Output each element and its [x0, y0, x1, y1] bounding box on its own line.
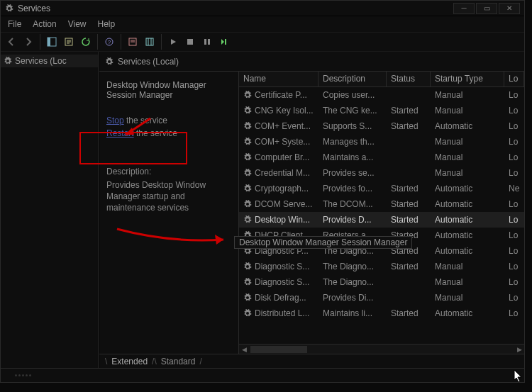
titlebar[interactable]: Services ─ ▭ ✕ — [1, 1, 524, 16]
refresh-button[interactable] — [78, 34, 94, 50]
menu-file[interactable]: File — [8, 19, 21, 29]
gear-icon — [4, 57, 12, 65]
table-row[interactable]: DCOM Serve...The DCOM...StartedAutomatic… — [239, 196, 524, 212]
cell-desc: Manages th... — [323, 137, 375, 147]
cell-name: Diagnostic S... — [255, 262, 309, 271]
close-button[interactable]: ✕ — [499, 3, 520, 14]
columns-button[interactable] — [142, 34, 157, 50]
minimize-button[interactable]: ─ — [453, 3, 475, 14]
table-row[interactable]: COM+ Syste...Manages th...ManualLo — [239, 134, 524, 150]
gear-icon — [243, 278, 252, 286]
svg-rect-1 — [48, 38, 50, 46]
cell-startup: Automatic — [435, 184, 472, 194]
selected-service-name: Desktop Window Manager Session Manager — [106, 80, 231, 100]
cell-status: Started — [391, 262, 419, 271]
cell-name: CNG Key Isol... — [255, 106, 314, 116]
forward-button[interactable] — [21, 34, 36, 50]
toolbar: ? — [1, 32, 524, 52]
service-rows[interactable]: Certificate P...Copies user...ManualLoCN… — [239, 87, 524, 344]
table-row[interactable]: Diagnostic S...The Diagno...StartedManua… — [239, 259, 524, 274]
menu-view[interactable]: View — [68, 19, 87, 29]
cell-logon: Lo — [509, 168, 518, 178]
cell-startup: Manual — [435, 90, 462, 100]
tab-standard[interactable]: Standard — [157, 357, 200, 366]
pause-service-button[interactable] — [199, 34, 215, 50]
show-hide-tree-button[interactable] — [44, 34, 60, 50]
col-header-status[interactable]: Status — [387, 72, 431, 86]
cell-startup: Automatic — [435, 121, 472, 131]
description-heading: Description: — [106, 167, 231, 177]
gear-icon — [243, 293, 252, 302]
cell-status: Started — [391, 106, 419, 116]
maximize-button[interactable]: ▭ — [476, 3, 497, 14]
column-headers: Name Description Status Startup Type Lo — [239, 72, 524, 87]
panel-header: Services (Local) — [99, 52, 524, 72]
restart-service-button[interactable] — [216, 34, 232, 50]
gear-icon — [105, 57, 113, 66]
table-row[interactable]: Certificate P...Copies user...ManualLo — [239, 87, 524, 103]
scroll-right-button[interactable]: ▶ — [514, 345, 524, 354]
tree-root-label: Services (Loc — [15, 56, 67, 66]
cell-logon: Lo — [509, 262, 518, 271]
cell-logon: Lo — [509, 106, 518, 116]
gear-icon — [243, 153, 252, 162]
table-row[interactable]: Credential M...Provides se...ManualLo — [239, 165, 524, 181]
cell-name: DCOM Serve... — [255, 199, 312, 209]
cell-startup: Automatic — [435, 215, 472, 225]
cell-logon: Lo — [509, 137, 518, 147]
cell-startup: Manual — [435, 293, 462, 303]
svg-rect-6 — [146, 38, 153, 45]
cursor-icon — [514, 369, 523, 383]
gear-icon — [243, 262, 252, 271]
table-row[interactable]: Cryptograph...Provides fo...StartedAutom… — [239, 181, 524, 196]
tab-extended[interactable]: Extended — [107, 357, 152, 366]
cell-startup: Automatic — [435, 246, 472, 256]
gear-icon — [243, 138, 252, 146]
cell-status: Started — [391, 199, 419, 209]
table-row[interactable]: Disk Defrag...Provides Di...ManualLo — [239, 290, 524, 306]
cell-logon: Lo — [509, 121, 518, 131]
cell-name: Cryptograph... — [255, 184, 309, 194]
cell-startup: Automatic — [435, 230, 472, 240]
export-button[interactable] — [61, 34, 77, 50]
table-row[interactable]: Desktop Win...Provides D...StartedAutoma… — [239, 212, 524, 228]
cell-desc: The Diagno... — [323, 277, 374, 287]
horizontal-scrollbar[interactable]: ◀ ▶ — [239, 344, 524, 354]
cell-logon: Lo — [509, 230, 518, 240]
table-row[interactable]: Diagnostic S...The Diagno...ManualLo — [239, 274, 524, 290]
cell-status: Started — [391, 308, 419, 318]
menu-help[interactable]: Help — [98, 19, 116, 29]
gear-icon — [243, 309, 252, 318]
window-title: Services — [18, 4, 50, 13]
tree-root-item[interactable]: Services (Loc — [1, 55, 98, 67]
tree-pane[interactable]: Services (Loc — [1, 52, 99, 368]
table-row[interactable]: Distributed L...Maintains li...StartedAu… — [239, 306, 524, 321]
start-service-button[interactable] — [165, 34, 181, 50]
details-pane: Desktop Window Manager Session Manager S… — [99, 72, 238, 354]
svg-rect-10 — [225, 39, 226, 45]
scroll-thumb[interactable] — [250, 346, 307, 353]
cell-status: Started — [391, 184, 419, 194]
table-row[interactable]: CNG Key Isol...The CNG ke...StartedManua… — [239, 103, 524, 118]
col-header-logon[interactable]: Lo — [504, 72, 524, 86]
scroll-left-button[interactable]: ◀ — [239, 345, 249, 354]
col-header-name[interactable]: Name — [239, 72, 318, 86]
table-row[interactable]: Computer Br...Maintains a...ManualLo — [239, 150, 524, 165]
help-button[interactable]: ? — [101, 34, 117, 50]
cell-startup: Automatic — [435, 308, 472, 318]
cell-startup: Manual — [435, 152, 462, 162]
properties-button[interactable] — [125, 34, 140, 50]
stop-service-link[interactable]: Stop — [106, 116, 124, 125]
stop-service-button[interactable] — [182, 34, 198, 50]
col-header-startup[interactable]: Startup Type — [431, 72, 504, 86]
cell-startup: Manual — [435, 168, 462, 178]
cell-logon: Ne — [509, 184, 519, 194]
table-row[interactable]: COM+ Event...Supports S...StartedAutomat… — [239, 118, 524, 134]
cell-desc: The DCOM... — [323, 199, 373, 209]
cell-name: Diagnostic S... — [255, 277, 309, 287]
back-button[interactable] — [4, 34, 19, 50]
cell-logon: Lo — [509, 199, 518, 209]
menu-action[interactable]: Action — [33, 19, 56, 29]
col-header-description[interactable]: Description — [318, 72, 387, 86]
restart-service-link[interactable]: Restart — [106, 128, 134, 138]
